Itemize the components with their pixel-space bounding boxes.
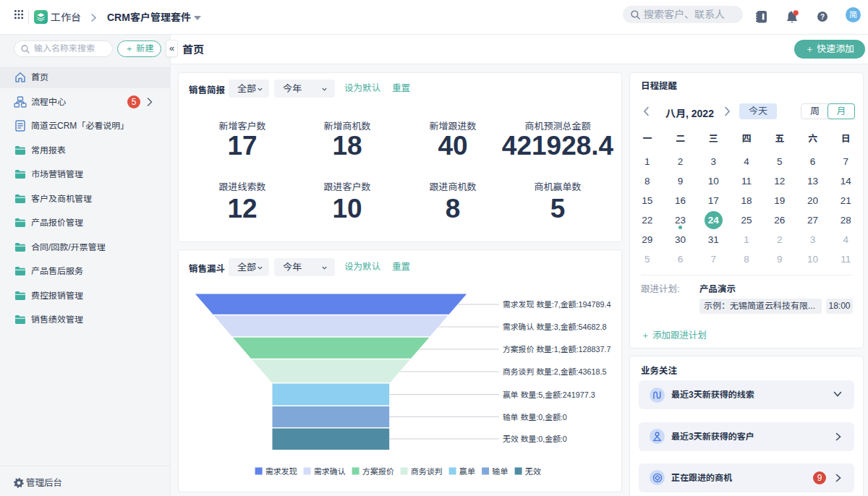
svg-text:无效 数量:0,金额:0: 无效 数量:0,金额:0 [503, 435, 567, 443]
svg-text:商务谈判: 商务谈判 [411, 467, 443, 476]
svg-text:无效: 无效 [525, 467, 541, 476]
svg-text:?: ? [820, 12, 825, 20]
svg-text:方案报价 数量:1,金额:128837.7: 方案报价 数量:1,金额:128837.7 [503, 345, 610, 354]
svg-text:需求发现: 需求发现 [265, 467, 297, 476]
svg-text:赢单 数量:5,金额:241977.3: 赢单 数量:5,金额:241977.3 [503, 390, 595, 399]
svg-text:需求确认: 需求确认 [314, 467, 346, 476]
svg-text:需求发现 数量:7,金额:194789.4: 需求发现 数量:7,金额:194789.4 [503, 300, 610, 309]
svg-text:输单 数量:0,金额:0: 输单 数量:0,金额:0 [503, 413, 567, 422]
svg-text:需求确认 数量:3,金额:54682.8: 需求确认 数量:3,金额:54682.8 [503, 322, 606, 331]
svg-text:商务谈判 数量:2,金额:43618.5: 商务谈判 数量:2,金额:43618.5 [503, 367, 606, 376]
svg-text:方案报价: 方案报价 [362, 467, 394, 476]
svg-text:输单: 输单 [492, 467, 508, 476]
svg-text:赢单: 赢单 [459, 467, 475, 476]
